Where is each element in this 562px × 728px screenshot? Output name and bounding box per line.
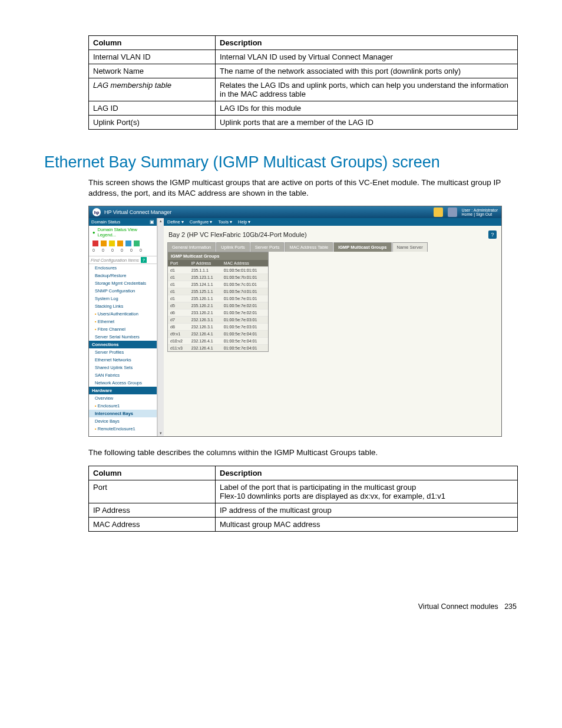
table-row: d10:v2232.126.4.101:00:5e:7e:04:01 [168,338,268,345]
scroll-up-icon[interactable]: ▴ [159,218,163,224]
grid-cell: 232.126.3.1 [189,317,222,324]
status-icon[interactable] [101,241,107,246]
grid-cell: 01:00:5e:7c:01:01 [222,281,268,288]
sidebar-section-connections: Connections [89,341,157,348]
sidebar-status-row[interactable]: ● Domain Status View Legend... [89,226,157,239]
sidebar-item[interactable]: Server Profiles [89,348,157,356]
app-titlebar: hp HP Virtual Connect Manager User : Adm… [89,206,501,218]
tab[interactable]: Name Server [392,242,428,252]
sidebar-item[interactable]: Server Serial Numbers [89,333,157,341]
sidebar-item[interactable]: ▪ Ethernet [89,318,157,325]
grid-cell: 01:00:5e:7e:01:01 [222,295,268,302]
hp-logo-icon: hp [92,208,101,216]
toolbar-icon[interactable] [434,207,443,217]
grid-cell: 235.124.1.1 [189,281,222,288]
user-links[interactable]: Home | Sign Out [462,212,492,216]
main-panel: Define ▾Configure ▾Tools ▾Help ▾ Bay 2 (… [164,218,501,436]
page-title: Bay 2 (HP VC FlexFabric 10Gb/24-Port Mod… [168,231,307,238]
sidebar: Domain Status ▣ ● Domain Status View Leg… [89,218,157,436]
menu-item[interactable]: Configure ▾ [190,219,213,225]
status-icon[interactable] [92,241,98,246]
sidebar-item[interactable]: ▪ Fibre Channel [89,325,157,333]
grid-cell: 232.126.4.1 [189,345,222,352]
sidebar-item[interactable]: ▪ Users/Authentication [89,310,157,318]
sidebar-item[interactable]: SNMP Configuration [89,287,157,295]
grid-cell: 01:00:5e:7e:02:01 [222,309,268,317]
grid-cell: d11:v3 [168,345,189,352]
tab[interactable]: MAC Address Table [285,242,333,252]
table-cell: Internal VLAN ID used by Virtual Connect… [216,50,518,64]
sidebar-item[interactable]: Shared Uplink Sets [89,364,157,371]
grid-cell: 01:00:5e:7e:04:01 [222,345,268,352]
tab[interactable]: IGMP Multicast Groups [333,242,391,252]
sidebar-status-counts: 000000 [89,248,157,256]
table-cell: Uplink ports that are a member of the LA… [216,116,518,130]
menu-item[interactable]: Define ▾ [167,219,184,225]
sidebar-item-remote[interactable]: ▪ RemoteEnclosure1 [89,425,157,433]
table-cell: Internal VLAN ID [89,50,216,64]
status-icon[interactable] [109,241,115,246]
grid-cell: 01:00:5e:7b:01:01 [222,274,268,281]
grid-cell: d7 [168,317,189,324]
find-input[interactable]: Find Configuration Items ? [89,256,157,264]
grid-cell: 01:00:5e:01:01:01 [222,267,268,274]
sidebar-item[interactable]: Network Access Groups [89,379,157,387]
table-cell: LAG IDs for this module [216,101,518,116]
sidebar-scrollbar[interactable]: ▴ ▾ [157,218,164,436]
status-icon[interactable] [134,241,140,246]
table-igmp-columns: Column Description PortLabel of the port… [88,466,518,532]
intro-paragraph: This screen shows the IGMP multicast gro… [88,177,518,199]
sidebar-item[interactable]: Stacking Links [89,302,157,310]
grid-cell: d1 [168,274,189,281]
tab-bar: General InformationUplink PortsServer Po… [164,242,501,252]
sidebar-item[interactable]: Overview [89,394,157,402]
menu-item[interactable]: Help ▾ [238,219,251,225]
grid-cell: d1 [168,288,189,295]
search-icon[interactable]: ? [141,257,147,263]
tab[interactable]: Server Ports [250,242,285,252]
grid-cell: d9:v1 [168,331,189,338]
table-cell: LAG ID [89,101,216,116]
table-row: d9:v1232.126.4.101:00:5e:7e:04:01 [168,331,268,338]
table-row: d6233.126.2.101:00:5e:7e:02:01 [168,309,268,317]
grid-cell: 01:00:5e:7e:03:01 [222,317,268,324]
grid-cell: 235.123.1.1 [189,274,222,281]
toolbar-icon[interactable] [448,207,457,217]
table-row: d1235.123.1.101:00:5e:7b:01:01 [168,274,268,281]
menu-item[interactable]: Tools ▾ [218,219,232,225]
grid-cell: d5 [168,302,189,309]
col-header: Column [89,36,216,50]
sidebar-item-selected[interactable]: Interconnect Bays [89,410,157,417]
scroll-down-icon[interactable]: ▾ [159,430,163,436]
sidebar-item[interactable]: Ethernet Networks [89,356,157,364]
sidebar-item[interactable]: SAN Fabrics [89,371,157,379]
sidebar-item[interactable]: Backup/Restore [89,272,157,279]
igmp-grid: PortIP AddressMAC Address d1235.1.1.101:… [168,260,268,351]
col-header: Description [216,466,518,480]
tab[interactable]: General Information [167,242,216,252]
sidebar-item[interactable]: Storage Mgmt Credentials [89,279,157,287]
igmp-panel: IGMP Multicast Groups PortIP AddressMAC … [167,252,269,352]
grid-cell: 232.126.4.1 [189,331,222,338]
sidebar-status-icons [89,239,157,248]
menubar: Define ▾Configure ▾Tools ▾Help ▾ [164,218,501,226]
sidebar-item[interactable]: System Log [89,295,157,302]
grid-cell: 01:00:5e:7e:04:01 [222,338,268,345]
grid-cell: d6 [168,309,189,317]
sidebar-item-enclosure[interactable]: ▪ Enclosure1 [89,402,157,410]
table-cell: Relates the LAG IDs and uplink ports, wh… [216,78,518,101]
sidebar-item[interactable]: Enclosures [89,264,157,272]
sidebar-status-head: Domain Status ▣ [89,218,157,226]
status-icon[interactable] [117,241,123,246]
grid-cell: d1 [168,295,189,302]
sidebar-item[interactable]: Device Bays [89,417,157,425]
col-header: Column [89,466,216,480]
tab[interactable]: Uplink Ports [216,242,249,252]
table-cell: IP Address [89,503,216,517]
table-cell: The name of the network associated with … [216,64,518,78]
status-icon[interactable] [125,241,131,246]
grid-cell: 01:00:5e:7d:01:01 [222,288,268,295]
help-icon[interactable]: ? [488,230,497,239]
collapse-icon[interactable]: ▣ [150,219,154,225]
table-row: d1235.124.1.101:00:5e:7c:01:01 [168,281,268,288]
